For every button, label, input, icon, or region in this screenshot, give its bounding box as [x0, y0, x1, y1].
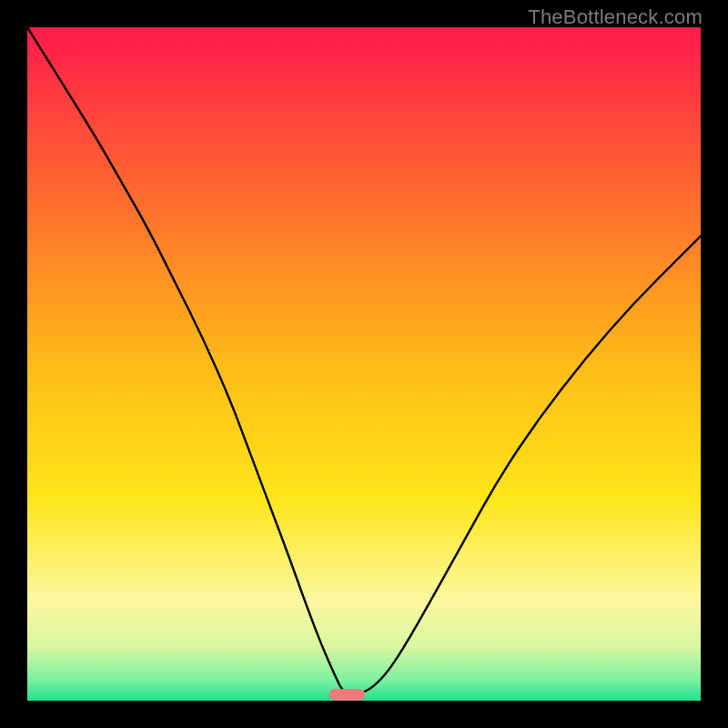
gradient-background [27, 27, 701, 701]
watermark-text: TheBottleneck.com [528, 5, 703, 29]
plot-area [27, 27, 701, 701]
bottleneck-point [329, 689, 366, 701]
chart-frame: TheBottleneck.com [0, 0, 728, 728]
plot-svg [27, 27, 701, 701]
